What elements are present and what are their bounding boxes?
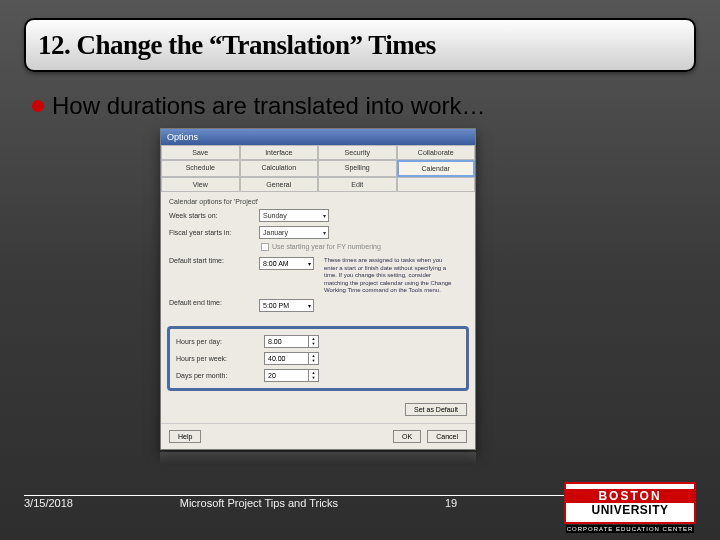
week-starts-combo[interactable]: Sunday	[259, 209, 329, 222]
hours-per-day-row: Hours per day: 8.00▲▼	[172, 333, 464, 350]
dialog-tabs: Save Interface Security Collaborate Sche…	[161, 145, 475, 192]
dialog-bottom: Help OK Cancel	[161, 423, 475, 449]
fy-checkbox-label: Use starting year for FY numbering	[272, 243, 381, 250]
week-starts-label: Week starts on:	[169, 212, 259, 219]
default-end-label: Default end time:	[169, 299, 259, 306]
default-start-label: Default start time:	[169, 257, 259, 264]
tab-security[interactable]: Security	[318, 145, 397, 160]
slide: 12. Change the “Translation” Times How d…	[0, 0, 720, 540]
days-per-month-label: Days per month:	[176, 372, 264, 379]
default-start-row: Default start time: 8:00 AM These times …	[161, 255, 475, 297]
tab-edit[interactable]: Edit	[318, 177, 397, 192]
footer-title: Microsoft Project Tips and Tricks	[180, 497, 338, 509]
set-default-button[interactable]: Set as Default	[405, 403, 467, 416]
fy-checkbox[interactable]	[261, 243, 269, 251]
tab-calculation[interactable]: Calculation	[240, 160, 319, 177]
boston-university-logo: BOSTON UNIVERSITY CORPORATE EDUCATION CE…	[564, 482, 696, 524]
fy-checkbox-row: Use starting year for FY numbering	[161, 241, 475, 255]
bullet-row: How durations are translated into work…	[32, 92, 486, 120]
reflection-decor	[160, 452, 476, 464]
days-per-month-row: Days per month: 20▲▼	[172, 367, 464, 384]
fiscal-starts-label: Fiscal year starts in:	[169, 229, 259, 236]
tab-save[interactable]: Save	[161, 145, 240, 160]
footer-page: 19	[445, 497, 457, 509]
tab-empty	[397, 177, 476, 192]
cancel-button[interactable]: Cancel	[427, 430, 467, 443]
hours-per-day-label: Hours per day:	[176, 338, 264, 345]
spinner-arrows-icon[interactable]: ▲▼	[308, 353, 318, 364]
bullet-icon	[32, 100, 44, 112]
tab-view[interactable]: View	[161, 177, 240, 192]
tab-general[interactable]: General	[240, 177, 319, 192]
title-bar: 12. Change the “Translation” Times	[24, 18, 696, 72]
hours-per-week-row: Hours per week: 40.00▲▼	[172, 350, 464, 367]
hours-per-week-input[interactable]: 40.00▲▼	[264, 352, 319, 365]
dialog-title: Options	[161, 129, 475, 145]
default-end-combo[interactable]: 5:00 PM	[259, 299, 314, 312]
fiscal-starts-row: Fiscal year starts in: January	[161, 224, 475, 241]
times-note: These times are assigned to tasks when y…	[324, 257, 454, 295]
logo-bottom: UNIVERSITY	[566, 503, 694, 517]
logo-sub: CORPORATE EDUCATION CENTER	[566, 525, 694, 533]
slide-title: 12. Change the “Translation” Times	[38, 30, 436, 61]
fiscal-starts-combo[interactable]: January	[259, 226, 329, 239]
default-end-row: Default end time: 5:00 PM	[161, 297, 475, 314]
bullet-text: How durations are translated into work…	[52, 92, 486, 120]
default-start-combo[interactable]: 8:00 AM	[259, 257, 314, 270]
spinner-arrows-icon[interactable]: ▲▼	[308, 370, 318, 381]
footer: 3/15/2018 Microsoft Project Tips and Tri…	[24, 482, 696, 524]
hours-per-day-input[interactable]: 8.00▲▼	[264, 335, 319, 348]
set-default-row: Set as Default	[161, 397, 475, 422]
tab-collaborate[interactable]: Collaborate	[397, 145, 476, 160]
days-per-month-input[interactable]: 20▲▼	[264, 369, 319, 382]
spinner-arrows-icon[interactable]: ▲▼	[308, 336, 318, 347]
week-starts-row: Week starts on: Sunday	[161, 207, 475, 224]
help-button[interactable]: Help	[169, 430, 201, 443]
options-dialog: Options Save Interface Security Collabor…	[160, 128, 476, 450]
tab-interface[interactable]: Interface	[240, 145, 319, 160]
ok-button[interactable]: OK	[393, 430, 421, 443]
tab-schedule[interactable]: Schedule	[161, 160, 240, 177]
hours-per-week-label: Hours per week:	[176, 355, 264, 362]
section-label: Calendar options for 'Project'	[161, 192, 475, 207]
highlight-box: Hours per day: 8.00▲▼ Hours per week: 40…	[167, 326, 469, 391]
tab-spelling[interactable]: Spelling	[318, 160, 397, 177]
logo-top: BOSTON	[566, 489, 694, 503]
footer-date: 3/15/2018	[24, 497, 73, 509]
tab-calendar[interactable]: Calendar	[397, 160, 476, 177]
